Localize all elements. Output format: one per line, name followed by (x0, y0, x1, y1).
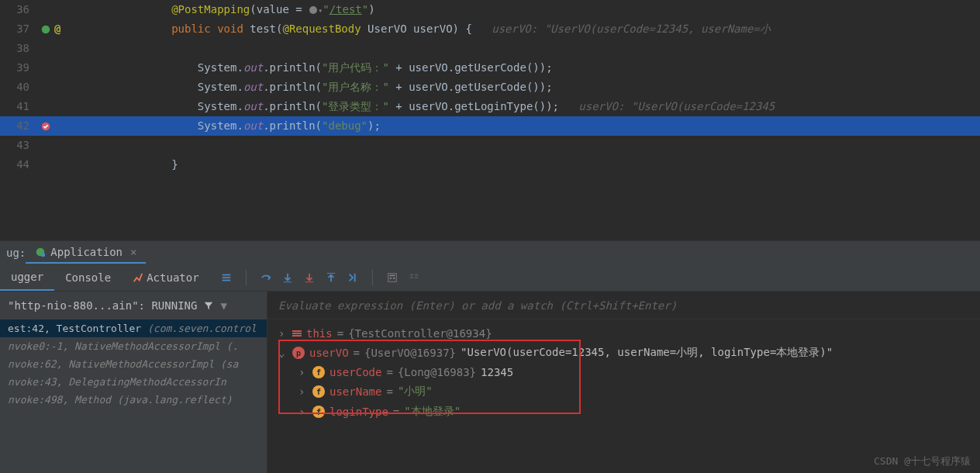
stack-frame[interactable]: nvoke:498, Method (java.lang.reflect) (0, 391, 267, 409)
debug-panel-header: ug: Application × (0, 240, 980, 264)
variables-panel: Evaluate expression (Enter) or add a wat… (267, 292, 980, 473)
svg-rect-16 (409, 274, 412, 275)
line-number[interactable]: 44 (0, 155, 37, 174)
actuator-icon (133, 272, 143, 283)
expand-icon[interactable]: › (278, 327, 288, 340)
code-line[interactable]: 36 @PostMapping(value = ▾"/test") (0, 0, 980, 19)
line-number[interactable]: 37 (0, 19, 37, 39)
code-line[interactable]: 42 System.out.println("debug"); (0, 116, 980, 136)
object-icon (292, 330, 302, 337)
debug-run-tab[interactable]: Application × (26, 241, 146, 264)
code-line[interactable]: 39 System.out.println("用户代码：" + userVO.g… (0, 58, 980, 78)
svg-point-0 (309, 6, 317, 14)
code-line[interactable]: 44 } (0, 155, 980, 174)
stack-frame[interactable]: nvoke:43, DelegatingMethodAccessorIn (0, 373, 267, 391)
thread-selector[interactable]: "http-nio-880...ain": RUNNING ▼ (0, 292, 267, 319)
tab-debugger[interactable]: ugger (0, 264, 54, 291)
code-content[interactable]: @PostMapping(value = ▾"/test") (93, 0, 980, 20)
breakpoint-icon[interactable] (40, 121, 51, 132)
code-line[interactable]: 40 System.out.println("用户名称：" + userVO.g… (0, 78, 980, 97)
filter-icon[interactable] (203, 300, 214, 311)
code-line[interactable]: 37@ public void test(@RequestBody UserVO… (0, 19, 980, 39)
gutter[interactable] (37, 121, 84, 132)
svg-rect-10 (326, 272, 335, 273)
svg-rect-11 (354, 273, 355, 281)
svg-rect-8 (283, 281, 292, 282)
run-to-cursor-icon[interactable] (347, 272, 358, 283)
svg-rect-9 (305, 281, 313, 282)
svg-point-1 (42, 25, 50, 33)
watermark: CSDN @十七号程序猿 (874, 454, 971, 468)
step-over-icon[interactable] (261, 272, 271, 283)
line-number[interactable]: 43 (0, 136, 37, 155)
svg-rect-6 (222, 277, 230, 278)
frames-panel: "http-nio-880...ain": RUNNING ▼ est:42, … (0, 292, 267, 473)
code-content[interactable]: System.out.println("用户代码：" + userVO.getU… (93, 58, 980, 78)
evaluate-icon[interactable] (387, 272, 398, 283)
globe-icon (309, 5, 318, 15)
dropdown-icon[interactable]: ▼ (220, 299, 226, 312)
line-number[interactable]: 40 (0, 78, 37, 97)
debug-toolbar: ugger Console Actuator (0, 264, 980, 292)
highlight-annotation (278, 340, 581, 414)
annotation-icon: @ (54, 19, 60, 39)
line-number[interactable]: 41 (0, 97, 37, 116)
spring-icon (40, 24, 51, 35)
code-content[interactable]: System.out.println("用户名称：" + userVO.getU… (93, 78, 980, 97)
close-icon[interactable]: × (130, 246, 136, 258)
tab-label: Application (50, 246, 122, 258)
gutter[interactable]: @ (37, 19, 84, 39)
debug-content: "http-nio-880...ain": RUNNING ▼ est:42, … (0, 292, 980, 473)
line-number[interactable]: 39 (0, 58, 37, 78)
stack-frame[interactable]: nvoke:62, NativeMethodAccessorImpl (sa (0, 355, 267, 373)
svg-rect-19 (414, 277, 417, 278)
code-line[interactable]: 38 (0, 39, 980, 58)
svg-rect-5 (222, 274, 230, 275)
stack-frame[interactable]: est:42, TestController (com.seven.contro… (0, 319, 267, 337)
code-line[interactable]: 41 System.out.println("登录类型：" + userVO.g… (0, 97, 980, 116)
svg-point-4 (41, 252, 45, 256)
tab-actuator[interactable]: Actuator (122, 264, 209, 291)
line-number[interactable]: 38 (0, 39, 37, 58)
code-content[interactable]: System.out.println("debug"); (93, 116, 980, 136)
evaluate-expression-input[interactable]: Evaluate expression (Enter) or add a wat… (267, 292, 980, 319)
svg-rect-7 (222, 279, 230, 281)
code-content[interactable]: System.out.println("登录类型：" + userVO.getL… (93, 97, 980, 116)
tab-console[interactable]: Console (54, 264, 122, 291)
step-into-icon[interactable] (282, 272, 293, 283)
code-content[interactable]: public void test(@RequestBody UserVO use… (93, 19, 980, 39)
stack-frame[interactable]: nvoke0:-1, NativeMethodAccessorImpl (. (0, 337, 267, 355)
svg-rect-13 (389, 274, 395, 276)
svg-rect-15 (392, 278, 395, 279)
line-number[interactable]: 36 (0, 0, 37, 19)
svg-rect-14 (389, 278, 392, 279)
svg-rect-12 (388, 273, 396, 281)
step-out-icon[interactable] (326, 272, 336, 283)
force-step-into-icon[interactable] (304, 272, 315, 283)
code-line[interactable]: 43 (0, 136, 980, 155)
svg-rect-17 (414, 274, 417, 275)
app-icon (35, 247, 46, 257)
debug-label: ug: (6, 247, 26, 259)
trace-icon[interactable] (409, 272, 419, 283)
code-content[interactable]: } (93, 155, 980, 174)
code-editor[interactable]: 36 @PostMapping(value = ▾"/test")37@ pub… (0, 0, 980, 240)
line-number[interactable]: 42 (0, 116, 37, 136)
svg-rect-18 (409, 277, 412, 278)
threads-icon[interactable] (221, 272, 232, 283)
